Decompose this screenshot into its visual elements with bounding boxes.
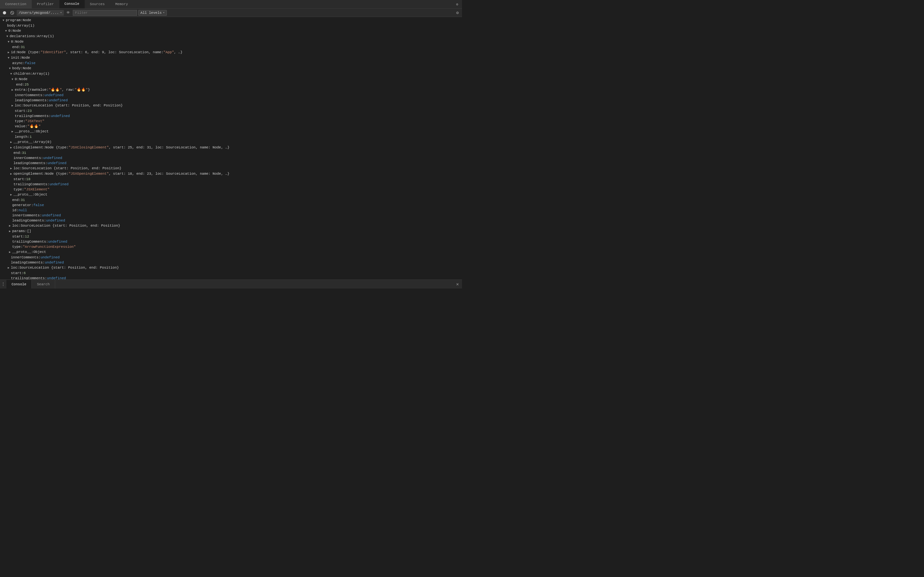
nav-item-connection[interactable]: Connection [0,0,32,8]
toolbar-settings-icon[interactable]: ⚙ [454,10,461,16]
eye-button[interactable]: 👁 [65,10,71,16]
tree-key: closingElement: [13,145,45,150]
tree-object: SourceLocation {start: Position, end: Po… [21,223,120,228]
tree-line: end: 31 [0,150,462,155]
level-text: All levels [141,11,162,15]
tree-toggle[interactable] [11,129,15,134]
tree-object: SourceLocation {start: Position, end: Po… [22,166,121,171]
tree-key: __proto__: [15,129,36,134]
tree-toggle[interactable] [9,66,12,71]
tree-key: start: [12,234,25,239]
tree-key: loc: [12,223,21,228]
nav-settings-icon[interactable]: ⚙ [452,0,462,8]
bottom-menu-button[interactable]: ⋮ [0,280,6,289]
nav-item-sources[interactable]: Sources [85,0,110,8]
tree-value-keyword: undefined [43,155,62,161]
tree-line: program: Node [0,18,462,23]
tree-key: innerComments: [11,255,40,260]
tree-line: innerComments: undefined [0,93,462,98]
level-selector[interactable]: All levels ▾ [138,10,167,16]
tree-key: __proto__: [12,250,33,255]
tree-toggle[interactable] [3,18,6,23]
tree-toggle[interactable] [8,55,11,61]
tree-key: end: [13,150,22,155]
tree-line: 0: Node [0,28,462,34]
top-nav: Connection Profiler Console Sources Memo… [0,0,462,9]
tree-toggle[interactable] [5,29,8,34]
tree-key: async: [12,61,25,66]
tree-toggle[interactable] [11,103,15,108]
tree-line: value: "🔥🔥" [0,124,462,129]
tree-toggle[interactable] [9,223,12,229]
tree-line: leadingComments: undefined [0,260,462,265]
tree-type: Node [23,18,31,23]
tree-key: __proto__: [13,192,35,197]
path-selector[interactable]: /Users/ymcgood/.... ▾ [17,10,64,16]
tree-line: __proto__: Object [0,129,462,134]
tree-line: 0: Node [0,39,462,45]
tree-value-number: 25 [24,82,29,87]
tree-key: generator: [12,203,33,208]
tree-key: body: [12,66,23,71]
tree-key: trailingComments: [11,276,47,279]
tree-line: loc: SourceLocation {start: Position, en… [0,103,462,108]
tree-line: __proto__: Object [0,250,462,255]
close-button[interactable]: ✕ [453,280,462,289]
tree-key: program: [6,18,23,23]
tree-toggle[interactable] [10,192,13,197]
nav-item-console[interactable]: Console [59,0,85,8]
nav-item-memory[interactable]: Memory [110,0,134,8]
tree-toggle[interactable] [10,166,13,171]
tree-toggle[interactable] [10,171,13,177]
tree-toggle[interactable] [8,50,11,55]
tree-line: type: "JSXText" [0,119,462,124]
tree-value-keyword: undefined [49,182,68,187]
tree-toggle[interactable] [6,34,10,39]
tree-line: length: 1 [0,134,462,139]
tab-search[interactable]: Search [32,280,55,289]
tree-toggle[interactable] [11,87,15,93]
tree-value-number: 31 [21,45,25,50]
filter-input[interactable] [73,10,137,16]
tree-type: Array(0) [35,139,52,145]
nav-item-profiler[interactable]: Profiler [32,0,59,8]
tree-value-null: null [19,208,27,213]
tree-toggle[interactable] [11,77,15,82]
tree-key: trailingComments: [15,113,51,119]
tree-value-keyword: undefined [49,98,68,103]
tab-console[interactable]: Console [6,280,32,289]
tree-toggle[interactable] [9,229,12,234]
tree-value-string: "Identifier" [40,50,66,55]
tree-toggle[interactable] [10,140,13,145]
tree-object: Node {type: [17,50,41,55]
tree-type: Array(1) [18,23,35,28]
console-content: program: Node body: Array(1)0: Nodedecla… [0,17,462,279]
clear-icon [10,11,14,15]
bottom-bar: ⋮ Console Search ✕ [0,279,462,288]
tree-value-number: 18 [26,177,31,182]
tree-key: body: [7,23,18,28]
tree-object: Node {type: [45,145,69,150]
tree-value-keyword: undefined [46,218,65,223]
tree-value-number: 1 [29,134,32,139]
path-chevron-icon: ▾ [60,11,61,15]
tree-toggle[interactable] [8,39,11,45]
tree-key: openingElement: [13,171,45,176]
tree-toggle[interactable] [8,266,11,271]
tree-key: 0: [15,77,19,82]
tree-line: loc: SourceLocation {start: Position, en… [0,265,462,271]
tree-value-string: "JSXClosingElement" [69,145,109,150]
tree-value-number: 31 [22,150,26,155]
tree-toggle[interactable] [9,250,12,255]
tree-toggle[interactable] [10,71,13,77]
record-button[interactable] [1,10,8,16]
toolbar: /Users/ymcgood/.... ▾ 👁 All levels ▾ ⚙ [0,9,462,17]
tree-toggle[interactable] [10,145,13,150]
tree-line: start: 23 [0,108,462,113]
tree-key: type: [13,187,24,192]
tree-line: trailingComments: undefined [0,239,462,244]
clear-button[interactable] [9,10,15,16]
tree-type: Node [13,28,21,33]
tree-line: innerComments: undefined [0,255,462,260]
tree-value-keyword: undefined [44,93,63,98]
